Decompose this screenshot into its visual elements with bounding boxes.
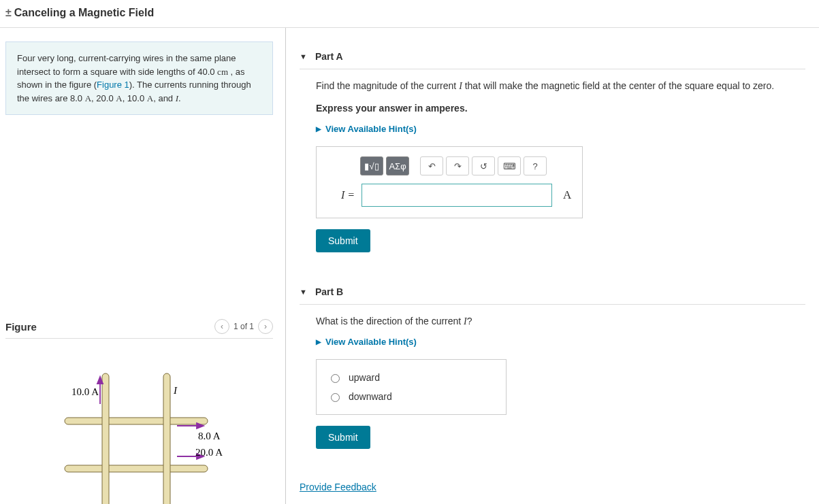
templates-button[interactable]: ▮√▯	[360, 156, 383, 175]
svg-rect-1	[65, 465, 208, 472]
keyboard-button[interactable]: ⌨	[498, 156, 521, 175]
fig-label-8A: 8.0 A	[198, 431, 221, 441]
symbols-button[interactable]: ΑΣφ	[386, 156, 409, 175]
equation-row: I = A	[327, 184, 571, 207]
partA-answer-box: ▮√▯ ΑΣφ ↶ ↷ ↺ ⌨ ? I = A	[316, 146, 583, 218]
figure-body: 10.0 A I 8.0 A 20.0 A	[0, 343, 278, 504]
redo-button[interactable]: ↷	[446, 156, 469, 175]
equation-toolbar: ▮√▯ ΑΣφ ↶ ↷ ↺ ⌨ ?	[360, 156, 571, 175]
figure-svg: 10.0 A I 8.0 A 20.0 A	[37, 363, 242, 504]
radio-upward[interactable]	[331, 374, 340, 383]
undo-button[interactable]: ↶	[420, 156, 443, 175]
partB-options-box: upward downward	[316, 359, 507, 415]
partA-question: Find the magnitude of the current I that…	[316, 79, 805, 93]
provide-feedback-link[interactable]: Provide Feedback	[300, 482, 805, 492]
figure-pager-text: 1 of 1	[234, 322, 254, 331]
reset-button[interactable]: ↺	[472, 156, 495, 175]
fig-label-10A: 10.0 A	[71, 386, 99, 397]
partB-question: What is the direction of the current I?	[316, 314, 805, 329]
main-layout: Four very long, current-carrying wires i…	[0, 28, 819, 504]
radio-downward[interactable]	[331, 393, 340, 402]
fig-label-I: I	[173, 385, 178, 396]
svg-rect-3	[163, 373, 170, 504]
right-column: ▼ Part A Find the magnitude of the curre…	[286, 28, 819, 504]
title-prefix: ±	[5, 7, 12, 18]
option-downward-label: downward	[349, 391, 392, 402]
left-column: Four very long, current-carrying wires i…	[0, 28, 286, 504]
partA-submit-button[interactable]: Submit	[316, 229, 370, 252]
partB-body: What is the direction of the current I? …	[300, 314, 805, 463]
option-upward[interactable]: upward	[327, 368, 495, 387]
option-downward[interactable]: downward	[327, 387, 495, 406]
partA-hints-label: View Available Hint(s)	[325, 124, 417, 134]
option-upward-label: upward	[349, 372, 380, 383]
svg-rect-0	[65, 418, 208, 424]
collapse-icon: ▼	[300, 288, 307, 296]
problem-statement: Four very long, current-carrying wires i…	[5, 41, 273, 115]
title-text: Canceling a Magnetic Field	[14, 7, 154, 18]
partA-hints-toggle[interactable]: ▶ View Available Hint(s)	[316, 124, 805, 134]
figure-next-button[interactable]: ›	[258, 319, 273, 334]
partB-header[interactable]: ▼ Part B	[300, 284, 805, 305]
figure-pager: ‹ 1 of 1 ›	[214, 319, 273, 334]
answer-unit: A	[559, 188, 571, 202]
partA-instruction: Express your answer in amperes.	[316, 101, 805, 116]
collapse-icon: ▼	[300, 52, 307, 61]
figure-header: Figure ‹ 1 of 1 ›	[5, 319, 273, 339]
partB-label: Part B	[315, 286, 343, 297]
chevron-right-icon: ▶	[316, 125, 321, 133]
svg-rect-2	[102, 373, 109, 504]
figure-heading: Figure	[5, 321, 37, 333]
help-button[interactable]: ?	[524, 156, 547, 175]
partA-label: Part A	[315, 51, 343, 62]
partB-submit-button[interactable]: Submit	[316, 426, 370, 449]
answer-input[interactable]	[362, 184, 552, 207]
chevron-right-icon: ▶	[316, 338, 321, 346]
partB-hints-toggle[interactable]: ▶ View Available Hint(s)	[316, 337, 805, 347]
page-title: ±Canceling a Magnetic Field	[0, 0, 819, 28]
fig-label-20A: 20.0 A	[195, 447, 223, 458]
eq-lhs: I =	[327, 189, 355, 201]
figure-link[interactable]: Figure 1	[97, 80, 129, 90]
partB-hints-label: View Available Hint(s)	[325, 337, 417, 347]
figure-prev-button[interactable]: ‹	[214, 319, 229, 334]
partA-body: Find the magnitude of the current I that…	[300, 79, 805, 266]
partA-header[interactable]: ▼ Part A	[300, 48, 805, 69]
